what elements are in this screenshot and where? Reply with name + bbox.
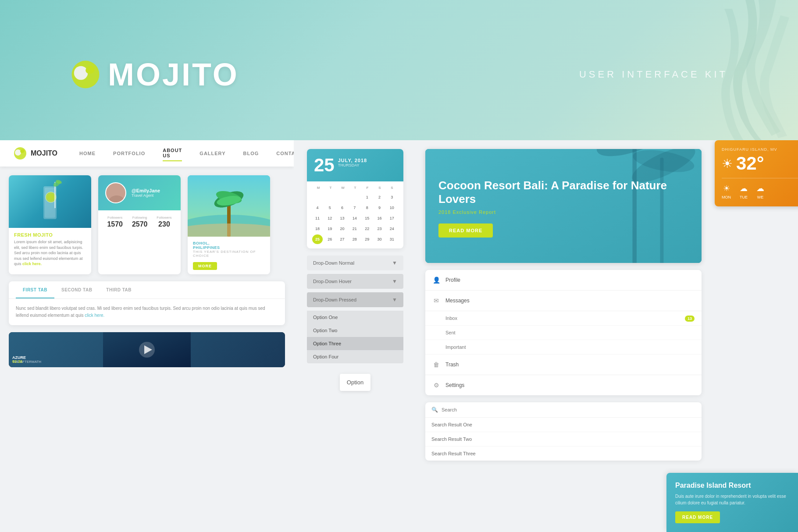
tab-third[interactable]: THIRD TAB: [99, 281, 139, 298]
cal-day-5[interactable]: 5: [324, 203, 335, 213]
cal-day-26[interactable]: 26: [324, 234, 335, 244]
cal-day-17[interactable]: 17: [387, 213, 397, 223]
cal-day-31[interactable]: 31: [387, 234, 397, 244]
cal-day-21[interactable]: 21: [349, 224, 360, 234]
article-card-link[interactable]: click here.: [22, 262, 42, 266]
nav-important-label: Important: [445, 344, 466, 350]
travel-subtitle: THIS YEAR'S DESTINATION OF CHOICE: [193, 250, 265, 258]
search-result-two[interactable]: Search Result Two: [425, 432, 702, 447]
dropdown-option-one[interactable]: Option One: [307, 311, 403, 324]
nav-messages[interactable]: ✉ Messages: [425, 291, 702, 311]
stat-value-followers2: 230: [157, 220, 171, 228]
search-input[interactable]: [442, 407, 695, 412]
cal-day-8[interactable]: 8: [362, 203, 372, 213]
cal-day-15[interactable]: 15: [362, 213, 372, 223]
more-button[interactable]: MORE: [193, 262, 217, 270]
cal-day-19[interactable]: 19: [324, 224, 335, 234]
calendar-widget: 25 JULY, 2018 THURSDAY M T W T F S S: [307, 149, 403, 248]
tab-second[interactable]: SECOND TAB: [54, 281, 99, 298]
nav-sent-label: Sent: [445, 330, 456, 335]
option-display: Option: [340, 374, 370, 391]
weather-location: DHIGUFARU ISLAND, MV: [722, 147, 798, 152]
nav-item-home[interactable]: HOME: [79, 149, 96, 158]
calendar-cells: 1234567891011121314151617181920212223242…: [312, 192, 398, 244]
profile-stat-followers2: Followers 230: [157, 216, 171, 228]
stat-value-following: 2570: [132, 220, 148, 228]
promo-card: Paradise Island Resort Duis aute irure d…: [666, 473, 798, 532]
stat-label-following: Following: [132, 216, 148, 220]
cal-day-6[interactable]: 6: [337, 203, 348, 213]
stat-label-followers: Followers: [107, 216, 123, 220]
nav-inbox[interactable]: Inbox 13: [425, 311, 702, 326]
nav-item-about[interactable]: ABOUT US: [163, 145, 182, 161]
nav-important[interactable]: Important: [425, 340, 702, 355]
cal-day-2[interactable]: 2: [374, 192, 385, 202]
cal-day-20[interactable]: 20: [337, 224, 348, 234]
article-card-text: Lorem ipsum dolor sit amet, adipisicing …: [14, 239, 86, 267]
search-result-one[interactable]: Search Result One: [425, 418, 702, 432]
cal-day-12[interactable]: 12: [324, 213, 335, 223]
profile-stat-followers: Followers 1570: [107, 216, 123, 228]
cal-day-27[interactable]: 27: [337, 234, 348, 244]
read-more-button[interactable]: READ MORE: [438, 223, 493, 238]
video-subtitle: THE AFTERMATH: [12, 360, 41, 364]
navbar: MOJITO HOME PORTFOLIO ABOUT US GALLERY B…: [0, 140, 294, 167]
nav-logo-icon: [13, 146, 27, 160]
promo-read-more-button[interactable]: READ MORE: [675, 511, 720, 523]
nav-trash-label: Trash: [445, 362, 695, 368]
travel-location: BOHOL,PHILIPPINES: [193, 241, 265, 250]
cal-day-3[interactable]: 3: [387, 192, 397, 202]
dropdown-option-three[interactable]: Option Three: [307, 337, 403, 350]
cal-day-25[interactable]: 25: [312, 234, 323, 244]
dropdown-pressed[interactable]: Drop-Down Pressed ▼: [307, 292, 403, 307]
nav-profile[interactable]: 👤 Profile: [425, 270, 702, 291]
person-icon: 👤: [432, 276, 440, 284]
dropdown-normal[interactable]: Drop-Down Normal ▼: [307, 255, 403, 270]
cal-day-24[interactable]: 24: [387, 224, 397, 234]
nav-item-blog[interactable]: BLOG: [243, 149, 259, 158]
blog-card-content: Cocoon Resort Bali: A Paradise for Natur…: [425, 149, 702, 263]
cal-empty: [312, 192, 323, 202]
cal-day-29[interactable]: 29: [362, 234, 372, 244]
travel-card: BOHOL,PHILIPPINES THIS YEAR'S DESTINATIO…: [188, 175, 270, 274]
nav-item-portfolio[interactable]: PORTFOLIO: [113, 149, 145, 158]
tabs-link[interactable]: click here.: [85, 313, 104, 318]
article-card-title: FRESH MOJITO: [14, 232, 86, 238]
dropdown-option-four[interactable]: Option Four: [307, 350, 403, 363]
cal-day-14[interactable]: 14: [349, 213, 360, 223]
cal-day-11[interactable]: 11: [312, 213, 323, 223]
nav-trash[interactable]: 🗑 Trash: [425, 355, 702, 375]
cal-day-13[interactable]: 13: [337, 213, 348, 223]
nav-sent[interactable]: Sent: [425, 326, 702, 340]
stat-label-followers2: Followers: [157, 216, 171, 220]
gear-icon: ⚙: [432, 381, 440, 389]
search-result-three[interactable]: Search Result Three: [425, 447, 702, 461]
video-card[interactable]: AZURE THE AFTERMATH 02:36: [9, 332, 285, 367]
nav-item-contact[interactable]: CONTACT: [276, 149, 294, 158]
cal-day-7[interactable]: 7: [349, 203, 360, 213]
dropdown-option-two[interactable]: Option Two: [307, 324, 403, 337]
cal-day-10[interactable]: 10: [387, 203, 397, 213]
cal-day-9[interactable]: 9: [374, 203, 385, 213]
nav-settings[interactable]: ⚙ Settings: [425, 375, 702, 395]
stat-value-followers: 1570: [107, 220, 123, 228]
search-input-row[interactable]: 🔍: [425, 402, 702, 418]
cal-day-18[interactable]: 18: [312, 224, 323, 234]
sidebar-nav: 👤 Profile ✉ Messages Inbox 13 Sent Impor…: [425, 270, 702, 395]
weather-widget: DHIGUFARU ISLAND, MV ☀ 32° ☀ MON ☁ TUE ☁…: [715, 140, 798, 206]
video-info: AZURE THE AFTERMATH: [12, 355, 41, 364]
cal-day-23[interactable]: 23: [374, 224, 385, 234]
svg-point-21: [188, 223, 270, 237]
profile-info: @EmilyJane Travel Agent: [132, 188, 160, 198]
dropdown-normal-label: Drop-Down Normal: [313, 260, 354, 266]
cal-day-1[interactable]: 1: [362, 192, 372, 202]
svg-point-14: [109, 195, 125, 203]
nav-item-gallery[interactable]: GALLERY: [200, 149, 225, 158]
tab-first[interactable]: FIRST TAB: [16, 281, 54, 298]
cal-day-4[interactable]: 4: [312, 203, 323, 213]
cal-day-22[interactable]: 22: [362, 224, 372, 234]
cal-day-28[interactable]: 28: [349, 234, 360, 244]
cal-day-16[interactable]: 16: [374, 213, 385, 223]
dropdown-hover[interactable]: Drop-Down Hover ▼: [307, 274, 403, 289]
cal-day-30[interactable]: 30: [374, 234, 385, 244]
